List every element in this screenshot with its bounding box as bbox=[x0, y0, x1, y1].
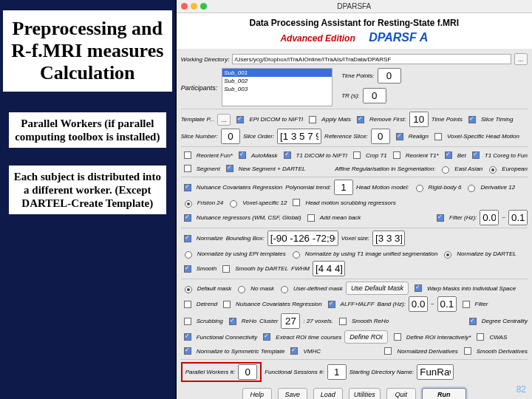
rigid6-radio[interactable] bbox=[416, 185, 423, 192]
participants-label: Participants: bbox=[181, 84, 218, 92]
participants-list[interactable]: Sub_001 Sub_002 Sub_003 bbox=[222, 68, 332, 106]
reorient-t1-label: Reorient T1* bbox=[406, 152, 439, 159]
reho-checkbox[interactable] bbox=[229, 318, 236, 325]
vmhc-label: VMHC bbox=[303, 348, 321, 355]
nuisance-cov-checkbox[interactable] bbox=[184, 184, 191, 191]
voxel-specific-hm-checkbox[interactable] bbox=[434, 133, 442, 140]
realign-checkbox[interactable] bbox=[396, 133, 403, 140]
bet-checkbox[interactable] bbox=[445, 151, 452, 159]
slice-timing-checkbox[interactable] bbox=[468, 116, 476, 123]
user-mask-radio[interactable] bbox=[281, 286, 288, 293]
filter-hi-input[interactable] bbox=[508, 210, 528, 225]
slice-order-input[interactable] bbox=[277, 129, 321, 144]
scrubbing-label: Scrubbing bbox=[197, 318, 223, 324]
default-mask-radio[interactable] bbox=[185, 286, 192, 293]
smooth-reho-checkbox[interactable] bbox=[339, 318, 347, 325]
timepoints-label: Time Points: bbox=[341, 72, 374, 79]
run-button[interactable]: Run bbox=[422, 388, 466, 399]
normalize-checkbox[interactable] bbox=[184, 235, 191, 242]
tr-input[interactable] bbox=[363, 88, 386, 103]
norm-dartel-radio[interactable] bbox=[444, 251, 451, 259]
hm-scrubbing-checkbox[interactable] bbox=[293, 199, 300, 206]
user-mask-label: User-defined mask bbox=[293, 285, 343, 292]
hm-scrubbing-label: Head motion scrubbing regressors bbox=[305, 200, 395, 206]
segment-checkbox[interactable] bbox=[184, 165, 191, 172]
epi-dicom-nifti-checkbox[interactable] bbox=[236, 116, 244, 123]
save-button[interactable]: Save bbox=[278, 388, 307, 399]
crop-t1-checkbox[interactable] bbox=[353, 151, 361, 159]
timepoints-unit: Time Points bbox=[432, 116, 463, 123]
functional-sessions-input[interactable] bbox=[327, 364, 347, 380]
east-asian-radio[interactable] bbox=[442, 166, 449, 174]
help-button[interactable]: Help bbox=[242, 388, 272, 399]
working-dir-browse-button[interactable]: ... bbox=[514, 53, 528, 65]
ref-slice-input[interactable] bbox=[371, 129, 390, 144]
smooth-label: Smooth bbox=[197, 265, 217, 272]
band-tilde: ~ bbox=[431, 301, 434, 307]
filter-lo-input[interactable] bbox=[480, 210, 499, 225]
t1-dicom-nifti-checkbox[interactable] bbox=[284, 151, 291, 159]
smooth-checkbox[interactable] bbox=[184, 265, 191, 273]
remove-first-checkbox[interactable] bbox=[357, 116, 364, 123]
remove-first-input[interactable] bbox=[409, 112, 429, 127]
smooth-dartel-checkbox[interactable] bbox=[222, 265, 230, 273]
vmhc-checkbox[interactable] bbox=[290, 347, 298, 355]
european-radio[interactable] bbox=[489, 166, 497, 174]
cluster-input[interactable] bbox=[281, 313, 300, 329]
smooth-deriv-checkbox[interactable] bbox=[464, 347, 471, 355]
list-item[interactable]: Sub_002 bbox=[222, 77, 332, 85]
main-panel: Working Directory: ... Participants: Sub… bbox=[177, 49, 532, 399]
parallel-workers-input[interactable] bbox=[238, 364, 257, 380]
segment-label: Segment bbox=[197, 166, 220, 172]
timepoints-input[interactable] bbox=[378, 68, 401, 83]
list-item[interactable]: Sub_003 bbox=[222, 85, 332, 93]
automask-checkbox[interactable] bbox=[239, 151, 246, 159]
starting-dir-input[interactable] bbox=[417, 364, 454, 380]
quit-button[interactable]: Quit bbox=[386, 388, 416, 399]
slice-number-input[interactable] bbox=[221, 129, 240, 144]
use-default-mask-button[interactable]: Use Default Mask bbox=[346, 282, 409, 295]
cwas-checkbox[interactable] bbox=[477, 333, 484, 341]
norm-sym-checkbox[interactable] bbox=[184, 347, 191, 355]
list-item[interactable]: Sub_001 bbox=[222, 69, 332, 77]
warp-masks-checkbox[interactable] bbox=[415, 284, 422, 292]
reorient-t1-checkbox[interactable] bbox=[393, 151, 400, 159]
band-lo-input[interactable] bbox=[409, 296, 428, 312]
add-mean-checkbox[interactable] bbox=[307, 214, 315, 222]
poly-trend-input[interactable] bbox=[334, 180, 353, 195]
voxel-size-input[interactable] bbox=[372, 231, 405, 246]
bounding-box-input[interactable] bbox=[267, 231, 338, 246]
working-dir-input[interactable] bbox=[232, 54, 511, 64]
norm-t1-radio[interactable] bbox=[293, 251, 300, 259]
define-roi-button[interactable]: Define ROI bbox=[344, 330, 388, 344]
degree-centrality-checkbox[interactable] bbox=[469, 318, 477, 325]
template-button[interactable]: ... bbox=[217, 114, 231, 126]
define-roi-interactive-checkbox[interactable] bbox=[394, 333, 401, 341]
utilities-button[interactable]: Utilities bbox=[349, 388, 381, 399]
scrubbing-checkbox[interactable] bbox=[184, 318, 191, 325]
nuis2-checkbox[interactable] bbox=[223, 301, 231, 308]
alff-label: ALFF+fALFF bbox=[341, 301, 375, 307]
extract-roi-checkbox[interactable] bbox=[263, 333, 270, 341]
detrend-checkbox[interactable] bbox=[184, 301, 191, 308]
filter2-checkbox[interactable] bbox=[463, 301, 470, 308]
filter-checkbox[interactable] bbox=[437, 214, 444, 222]
new-segment-dartel-checkbox[interactable] bbox=[226, 165, 233, 172]
fwhm-input[interactable] bbox=[313, 261, 345, 276]
friston24-radio[interactable] bbox=[185, 200, 192, 208]
bounding-box-label: Bounding Box: bbox=[226, 235, 265, 242]
fc-checkbox[interactable] bbox=[184, 333, 191, 341]
no-mask-radio[interactable] bbox=[238, 286, 245, 293]
apply-mats-checkbox[interactable] bbox=[309, 116, 316, 123]
load-button[interactable]: Load bbox=[313, 388, 343, 399]
reorient-fun-checkbox[interactable] bbox=[184, 151, 191, 159]
band-hi-input[interactable] bbox=[437, 296, 457, 312]
norm-epi-radio[interactable] bbox=[185, 251, 192, 259]
nuisance-reg-checkbox[interactable] bbox=[184, 214, 191, 222]
alff-checkbox[interactable] bbox=[328, 301, 335, 308]
norm-deriv-checkbox[interactable] bbox=[384, 347, 392, 355]
t1-coreg-fun-checkbox[interactable] bbox=[472, 151, 480, 159]
voxel12-radio[interactable] bbox=[230, 200, 237, 208]
epi-dicom-nifti-label: EPI DICOM to NIFTI bbox=[249, 116, 303, 123]
deriv12-radio[interactable] bbox=[468, 185, 475, 192]
